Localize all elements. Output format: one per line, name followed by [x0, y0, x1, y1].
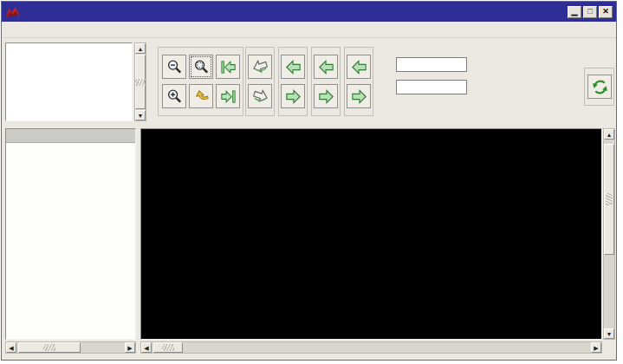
reload-group [584, 68, 614, 106]
minimize-button[interactable]: ▁ [568, 6, 581, 18]
arrow-left-icon [284, 58, 302, 76]
scroll-down-icon[interactable]: ▼ [604, 328, 614, 339]
zoom-fit-icon [192, 58, 211, 76]
menu-search[interactable] [45, 28, 64, 31]
scroll-up-icon[interactable]: ▲ [604, 129, 614, 140]
arrow-left-icon [350, 58, 368, 76]
zoom-group [158, 47, 243, 116]
signals-list [5, 128, 136, 340]
undo-arrow-icon [192, 88, 211, 106]
page-left-button[interactable] [248, 55, 272, 79]
scroll-right-icon[interactable]: ▶ [591, 342, 601, 353]
scroll-left-icon[interactable]: ◀ [141, 342, 152, 353]
menu-edit[interactable] [26, 28, 45, 31]
scroll-down-icon[interactable]: ▼ [135, 110, 146, 120]
arrow-right-icon [317, 88, 335, 106]
time-header[interactable] [6, 129, 135, 143]
reload-button[interactable] [587, 75, 612, 99]
maximize-button[interactable]: □ [583, 6, 597, 18]
wave-canvas[interactable] [141, 129, 601, 339]
gtkwave-window: ▁ □ ✕ ▲ ▼ [1, 1, 617, 361]
arrow-to-end-icon [219, 88, 237, 106]
fetch-right-button[interactable] [281, 84, 305, 108]
signals-h-scrollbar[interactable]: ◀ ▶ [5, 341, 136, 354]
shift-left-button[interactable] [347, 55, 371, 79]
menu-help[interactable] [121, 28, 140, 31]
time-readouts [474, 49, 564, 56]
status-message-box [5, 42, 133, 121]
status-scrollbar[interactable]: ▲ ▼ [134, 42, 146, 121]
to-input[interactable] [396, 80, 467, 94]
shift-right-button[interactable] [347, 84, 371, 108]
disc-group [311, 47, 341, 116]
zoom-to-end-button[interactable] [216, 84, 240, 108]
page-left-icon [251, 58, 269, 76]
menu-file[interactable] [7, 28, 26, 31]
title-bar[interactable]: ▁ □ ✕ [2, 2, 616, 22]
arrow-to-start-icon [219, 58, 237, 76]
disc-left-button[interactable] [314, 55, 338, 79]
waves-h-scrollbar-thumb[interactable] [153, 342, 183, 353]
page-right-icon [251, 88, 269, 106]
waves-v-scrollbar-thumb[interactable] [604, 144, 614, 255]
status-scrollbar-thumb[interactable] [135, 55, 146, 109]
menu-bar [2, 22, 616, 38]
waves-h-scrollbar[interactable]: ◀ ▶ [140, 341, 602, 354]
menu-markers[interactable] [83, 28, 102, 31]
menu-time[interactable] [64, 28, 83, 31]
shift-group [344, 47, 373, 116]
zoom-out-button[interactable] [162, 55, 186, 79]
fetch-left-button[interactable] [281, 55, 305, 79]
from-input[interactable] [396, 57, 467, 72]
page-group [245, 47, 275, 116]
fetch-group [278, 47, 308, 116]
gtkwave-logo-icon [5, 5, 20, 18]
waves-v-scrollbar[interactable]: ▲ ▼ [603, 128, 615, 340]
zoom-fit-button[interactable] [189, 55, 213, 79]
scroll-left-icon[interactable]: ◀ [6, 342, 16, 353]
zoom-to-start-button[interactable] [216, 55, 240, 79]
zoom-in-icon [165, 88, 184, 106]
close-button[interactable]: ✕ [599, 6, 613, 18]
reload-icon [591, 78, 609, 96]
scroll-right-icon[interactable]: ▶ [125, 342, 135, 353]
wave-display[interactable] [140, 128, 602, 340]
signals-h-scrollbar-thumb[interactable] [18, 342, 81, 353]
menu-view[interactable] [102, 28, 121, 31]
arrow-right-icon [350, 88, 368, 106]
page-right-button[interactable] [248, 84, 272, 108]
zoom-undo-button[interactable] [189, 84, 213, 108]
zoom-in-button[interactable] [162, 84, 186, 108]
disc-right-button[interactable] [314, 84, 338, 108]
zoom-out-icon [165, 58, 184, 76]
scroll-up-icon[interactable]: ▲ [135, 43, 146, 54]
arrow-left-icon [317, 58, 335, 76]
arrow-right-icon [284, 88, 302, 106]
